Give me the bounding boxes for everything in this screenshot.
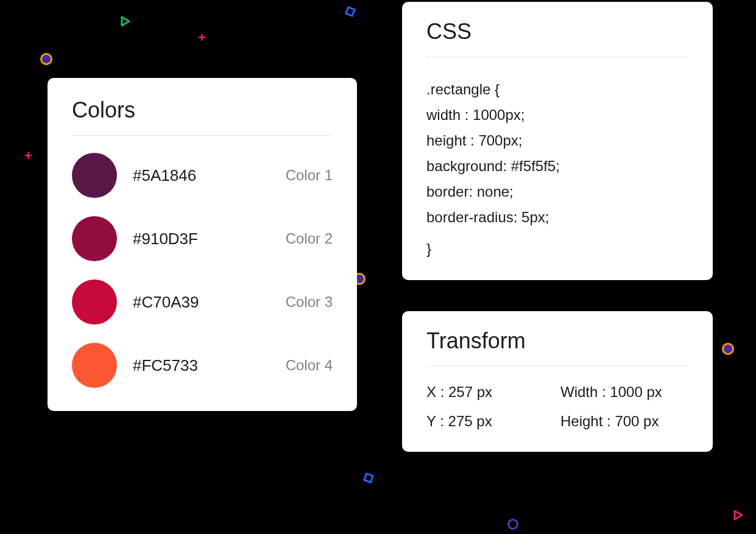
transform-width-value: Width : 1000 px bbox=[560, 384, 688, 401]
color-label: Color 4 bbox=[286, 357, 333, 374]
css-line: border-radius: 5px; bbox=[426, 205, 688, 230]
color-row: #C70A39 Color 3 bbox=[72, 279, 333, 325]
decoration-square-icon bbox=[363, 473, 374, 483]
color-swatch[interactable] bbox=[72, 343, 117, 388]
decoration-triangle-icon bbox=[733, 510, 744, 521]
css-line: border: none; bbox=[426, 179, 688, 205]
css-panel-title: CSS bbox=[426, 19, 688, 44]
color-hex-value: #910D3F bbox=[133, 230, 286, 248]
color-swatch[interactable] bbox=[72, 216, 117, 261]
color-label: Color 2 bbox=[286, 230, 333, 247]
color-row: #5A1846 Color 1 bbox=[72, 153, 333, 198]
css-line: } bbox=[426, 236, 688, 262]
css-line: .rectangle { bbox=[426, 77, 688, 102]
decoration-plus-icon: + bbox=[198, 30, 206, 46]
transform-panel-title: Transform bbox=[426, 328, 688, 354]
decoration-ring-icon bbox=[40, 53, 52, 65]
color-label: Color 1 bbox=[286, 167, 333, 184]
css-line: background: #f5f5f5; bbox=[426, 153, 688, 179]
transform-x-value: X : 257 px bbox=[426, 384, 554, 401]
color-hex-value: #5A1846 bbox=[133, 166, 286, 185]
color-swatch[interactable] bbox=[72, 153, 117, 198]
transform-grid: X : 257 px Width : 1000 px Y : 275 px He… bbox=[426, 384, 688, 430]
decoration-triangle-icon bbox=[120, 16, 131, 27]
divider bbox=[426, 366, 688, 367]
color-hex-value: #C70A39 bbox=[133, 293, 286, 312]
css-line: height : 700px; bbox=[426, 128, 688, 153]
transform-panel: Transform X : 257 px Width : 1000 px Y :… bbox=[402, 311, 713, 452]
color-hex-value: #FC5733 bbox=[133, 356, 286, 375]
decoration-square-icon bbox=[345, 6, 356, 17]
css-panel: CSS .rectangle { width : 1000px; height … bbox=[402, 2, 713, 280]
divider bbox=[72, 135, 333, 136]
css-line: width : 1000px; bbox=[426, 102, 688, 128]
colors-panel-title: Colors bbox=[72, 97, 333, 123]
divider bbox=[426, 57, 688, 57]
decoration-ring-icon bbox=[722, 343, 734, 355]
color-row: #910D3F Color 2 bbox=[72, 216, 333, 261]
decoration-ring-icon bbox=[507, 519, 518, 530]
transform-y-value: Y : 275 px bbox=[426, 413, 554, 430]
css-code-block: .rectangle { width : 1000px; height : 70… bbox=[426, 74, 688, 262]
color-label: Color 3 bbox=[286, 293, 333, 311]
color-swatch[interactable] bbox=[72, 279, 117, 325]
decoration-plus-icon: + bbox=[24, 148, 32, 164]
transform-height-value: Height : 700 px bbox=[560, 413, 688, 430]
color-row: #FC5733 Color 4 bbox=[72, 343, 333, 388]
colors-panel: Colors #5A1846 Color 1 #910D3F Color 2 #… bbox=[48, 78, 357, 411]
